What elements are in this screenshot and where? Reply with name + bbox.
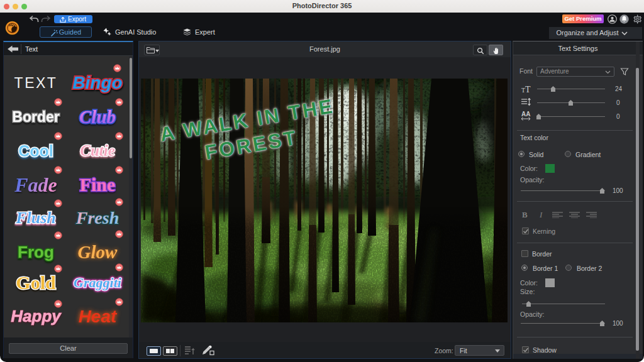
svg-text:Bingo: Bingo bbox=[72, 73, 122, 92]
svg-text:Fine: Fine bbox=[80, 174, 116, 195]
svg-text:Club: Club bbox=[79, 107, 116, 127]
svg-text:Cutie: Cutie bbox=[80, 142, 115, 159]
svg-text:Flush: Flush bbox=[15, 209, 56, 227]
svg-text:Cool: Cool bbox=[18, 142, 53, 160]
svg-text:AA: AA bbox=[521, 111, 530, 118]
svg-text:Fade: Fade bbox=[14, 173, 57, 196]
svg-text:Frog: Frog bbox=[18, 243, 54, 261]
svg-text:TEXT: TEXT bbox=[14, 75, 58, 91]
svg-text:Heat: Heat bbox=[79, 307, 118, 326]
svg-text:Happy: Happy bbox=[11, 307, 62, 326]
svg-text:Glow: Glow bbox=[78, 242, 118, 262]
svg-text:Border: Border bbox=[12, 109, 59, 125]
svg-text:Gold: Gold bbox=[16, 272, 56, 293]
svg-text:Fresh: Fresh bbox=[75, 208, 119, 228]
svg-text:Graggiti: Graggiti bbox=[74, 275, 122, 290]
